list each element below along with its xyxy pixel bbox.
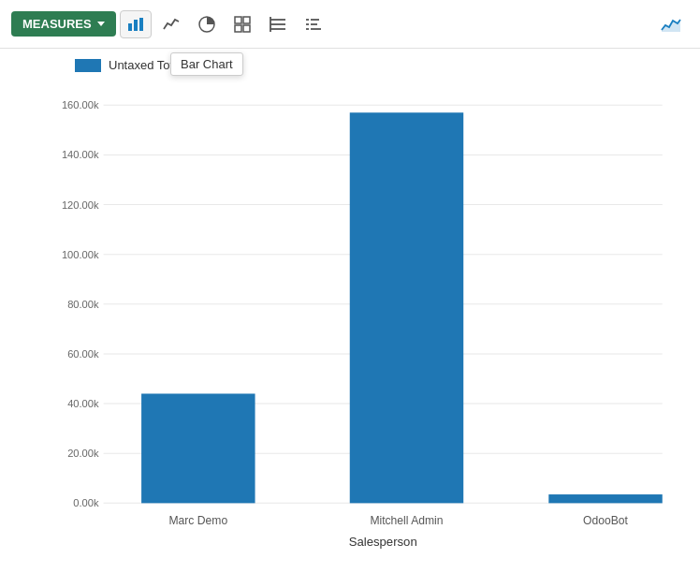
measures-label: MEASURES bbox=[22, 17, 92, 31]
pie-chart-button[interactable] bbox=[191, 10, 223, 38]
measures-button[interactable]: MEASURES bbox=[11, 11, 116, 37]
list-icon bbox=[270, 16, 286, 33]
area-chart-button[interactable] bbox=[653, 10, 689, 38]
svg-text:120.00k: 120.00k bbox=[62, 199, 99, 211]
x-label-mitchell-admin: Mitchell Admin bbox=[370, 514, 443, 527]
svg-text:160.00k: 160.00k bbox=[62, 99, 99, 110]
svg-text:140.00k: 140.00k bbox=[62, 149, 99, 160]
pivot-button[interactable] bbox=[226, 10, 258, 38]
svg-text:0.00k: 0.00k bbox=[73, 497, 99, 508]
svg-text:80.00k: 80.00k bbox=[67, 299, 99, 310]
chart-container: Untaxed Total 160.00k 140.00k 120.00k 10… bbox=[0, 49, 700, 588]
toolbar: MEASURES bbox=[0, 0, 700, 49]
activity-icon bbox=[305, 16, 322, 33]
x-label-odoobot: OdooBot bbox=[583, 514, 628, 527]
x-label-marc-demo: Marc Demo bbox=[168, 514, 227, 527]
bar-chart-svg: 160.00k 140.00k 120.00k 100.00k 80.00k 6… bbox=[56, 81, 681, 555]
svg-rect-5 bbox=[243, 17, 250, 23]
tooltip-text: Bar Chart bbox=[181, 57, 233, 71]
pivot-icon bbox=[234, 16, 251, 33]
pie-chart-icon bbox=[198, 16, 215, 33]
svg-text:20.00k: 20.00k bbox=[67, 448, 99, 459]
svg-text:40.00k: 40.00k bbox=[67, 398, 99, 409]
bar-chart-button[interactable] bbox=[120, 10, 152, 38]
activity-button[interactable] bbox=[298, 10, 329, 38]
area-chart-icon bbox=[661, 16, 681, 33]
svg-rect-0 bbox=[128, 23, 132, 31]
svg-text:60.00k: 60.00k bbox=[67, 348, 99, 360]
svg-text:100.00k: 100.00k bbox=[62, 249, 99, 260]
svg-rect-7 bbox=[243, 25, 250, 32]
legend-color-swatch bbox=[75, 59, 101, 72]
bar-marc-demo[interactable] bbox=[141, 393, 255, 503]
svg-rect-4 bbox=[235, 17, 241, 23]
line-chart-button[interactable] bbox=[155, 10, 187, 38]
list-button[interactable] bbox=[262, 10, 294, 38]
measures-dropdown-arrow bbox=[97, 22, 105, 26]
svg-rect-1 bbox=[134, 20, 138, 31]
bar-odoobot[interactable] bbox=[548, 494, 662, 503]
svg-rect-2 bbox=[139, 18, 143, 31]
bar-chart-tooltip: Bar Chart bbox=[170, 52, 243, 76]
bar-chart-icon bbox=[127, 16, 144, 33]
line-chart-icon bbox=[163, 16, 180, 33]
chart-legend: Untaxed Total bbox=[75, 58, 681, 72]
x-axis-title: Salesperson bbox=[349, 535, 417, 549]
bar-mitchell-admin[interactable] bbox=[350, 112, 463, 503]
svg-rect-6 bbox=[235, 25, 241, 32]
